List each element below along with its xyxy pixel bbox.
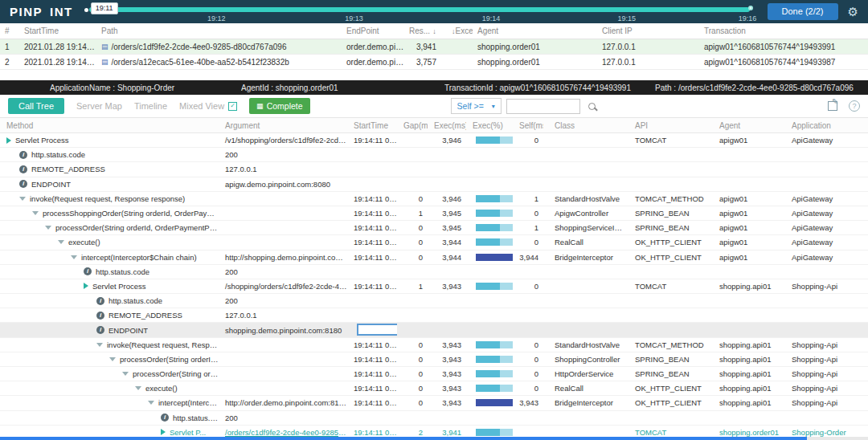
column-agent[interactable]: Agent (706, 121, 779, 130)
scrollbar-thumb[interactable] (0, 437, 807, 440)
gap-cell: 0 (397, 223, 428, 232)
method-cell[interactable]: processOrder(String orderId, Or... (0, 355, 219, 364)
column-path[interactable]: Path (96, 26, 342, 35)
call-tree-row[interactable]: ihttp.status.code200 (0, 148, 868, 162)
tab-timeline[interactable]: Timeline (134, 101, 167, 111)
exec-percent-bar (476, 238, 513, 246)
document-icon: ▤ (101, 43, 108, 51)
method-cell[interactable]: invoke(Request request, Response re... (0, 340, 219, 349)
help-icon[interactable]: ? (849, 100, 860, 112)
start-time-cell: 19:14:11 042 (347, 253, 397, 262)
filter-condition-select[interactable]: Self >=▾ (451, 98, 502, 114)
call-tree-row[interactable]: ihttp.status.code200 (0, 294, 868, 308)
gap-cell: 2 (397, 428, 428, 437)
open-in-new-window-icon[interactable] (828, 101, 837, 111)
method-cell[interactable]: execute() (0, 238, 219, 246)
search-icon[interactable] (588, 103, 596, 110)
column-exec[interactable]: Exec(ms) (428, 121, 466, 130)
time-range-scrubber[interactable]: 19:11 19:12 19:13 19:14 19:15 19:16 (84, 0, 763, 23)
method-cell[interactable]: Servlet Process (0, 136, 219, 145)
call-tree-row[interactable]: processOrder(String orderI...19:14:11 04… (0, 367, 868, 381)
class-cell: StandardHostValve (543, 194, 622, 203)
transaction-row[interactable]: 1 2021.01.28 19:14:11 045 ▤/orders/c1df9… (0, 39, 868, 55)
call-tree-row[interactable]: iENDPOINTapigw.demo.pinpoint.com:8080 (0, 177, 868, 192)
column-exce-label: Exce... (456, 26, 473, 35)
method-cell[interactable]: iREMOTE_ADDRESS (0, 311, 219, 320)
argument-cell: /orders/c1df9fe2-2cde-4ee0-9285-d80cd767… (219, 428, 347, 437)
done-button[interactable]: Done (2/2) (768, 3, 838, 20)
api-cell: TOMCAT (622, 428, 706, 437)
method-cell[interactable]: ihttp.status.code (0, 150, 219, 159)
method-cell[interactable]: iENDPOINT (0, 326, 219, 335)
method-cell[interactable]: Servlet Process (0, 282, 219, 291)
method-cell[interactable]: ihttp.status.code (0, 267, 219, 276)
call-tree-row[interactable]: ihttp.status.c...200 (0, 411, 868, 426)
column-num[interactable]: # (0, 26, 19, 35)
column-agent[interactable]: Agent (473, 26, 597, 35)
call-tree-row[interactable]: ihttp.status.code200 (0, 265, 868, 279)
filter-value-input[interactable] (506, 99, 580, 114)
row-path[interactable]: ▤/orders/c1df9fe2-2cde-4ee0-9285-d80cd76… (96, 43, 342, 51)
column-application[interactable]: Application (779, 121, 868, 130)
logo-text-right: INT (50, 5, 73, 18)
column-exce[interactable]: ↓Exce... (444, 26, 473, 35)
exec-percent-cell (466, 283, 513, 290)
column-gap[interactable]: Gap(ms) (397, 121, 428, 130)
method-cell[interactable]: intercept(Interceptor$Chain chain) (0, 253, 219, 262)
method-cell[interactable]: Servlet P... (0, 428, 219, 437)
call-tree-row[interactable]: intercept(Interceptor$Chain chain)http:/… (0, 251, 868, 265)
column-endpoint[interactable]: EndPoint (342, 26, 404, 35)
column-start-time[interactable]: StartTime (347, 121, 397, 130)
call-tree-row[interactable]: Servlet Process/shopping/orders/c1df9fe2… (0, 279, 868, 294)
call-tree-row[interactable]: invoke(Request request, Response re...19… (0, 338, 868, 352)
method-cell[interactable]: processOrder(String orderI... (0, 369, 219, 378)
mixed-view-checkbox[interactable]: ✓ (228, 102, 237, 111)
tab-mixed-view[interactable]: Mixed View✓ (179, 101, 237, 111)
call-tree-row[interactable]: execute()19:14:11 04203,9440RealCallOK_H… (0, 235, 868, 250)
argument-cell: 200 (219, 296, 347, 305)
call-tree-row[interactable]: processShoppingOrder(String orderId, Ord… (0, 206, 868, 221)
tab-server-map[interactable]: Server Map (76, 101, 122, 111)
gap-cell: 1 (397, 209, 428, 218)
sort-desc-icon[interactable]: ↓ (432, 27, 436, 35)
timeline-end-handle[interactable] (748, 6, 753, 10)
method-cell[interactable]: ihttp.status.c... (0, 414, 219, 422)
call-tree-row[interactable]: intercept(Interce...http://order.demo.pi… (0, 396, 868, 410)
servlet-arrow-icon (84, 283, 88, 289)
call-tree-row[interactable]: processOrder(String orderId, Or...19:14:… (0, 352, 868, 367)
timeline-start-handle[interactable] (84, 8, 88, 12)
column-client-ip[interactable]: Client IP (597, 26, 699, 35)
method-cell[interactable]: ihttp.status.code (0, 296, 219, 305)
self-cell: 0 (513, 384, 543, 393)
tab-call-tree[interactable]: Call Tree (8, 98, 64, 114)
column-transaction[interactable]: Transaction (699, 26, 868, 35)
method-cell[interactable]: intercept(Interce... (0, 398, 219, 407)
call-tree-row[interactable]: iREMOTE_ADDRESS127.0.0.1 (0, 162, 868, 177)
call-tree-row[interactable]: invoke(Request request, Response respons… (0, 192, 868, 206)
horizontal-scrollbar[interactable] (0, 437, 868, 440)
call-tree-row[interactable]: iREMOTE_ADDRESS127.0.0.1 (0, 308, 868, 323)
column-class[interactable]: Class (543, 121, 622, 130)
gear-icon[interactable]: ⚙ (848, 6, 858, 18)
focused-cell-outline[interactable] (357, 324, 397, 336)
method-cell[interactable]: processShoppingOrder(String orderId, Ord… (0, 209, 219, 218)
row-path[interactable]: ▤/orders/a12ecac5-61ee-40be-aa52-b5412f2… (96, 58, 342, 67)
method-cell[interactable]: execute() (0, 384, 219, 393)
call-tree-row[interactable]: execute()19:14:11 04303,9430RealCallOK_H… (0, 381, 868, 396)
method-cell[interactable]: iREMOTE_ADDRESS (0, 165, 219, 173)
method-cell[interactable]: processOrder(String orderId, OrderPaymen… (0, 223, 219, 232)
column-exec-pct[interactable]: Exec(%) (466, 121, 513, 130)
method-cell[interactable]: invoke(Request request, Response respons… (0, 194, 219, 203)
call-tree-row[interactable]: Servlet Process/v1/shopping/orders/c1df9… (0, 133, 868, 148)
column-start-time[interactable]: StartTime (19, 26, 96, 35)
column-argument[interactable]: Argument (219, 121, 347, 130)
column-api[interactable]: API (622, 121, 706, 130)
column-method[interactable]: Method (0, 121, 219, 130)
call-tree-row[interactable]: processOrder(String orderId, OrderPaymen… (0, 221, 868, 235)
timeline-bar[interactable] (89, 7, 750, 12)
transaction-row[interactable]: 2 2021.01.28 19:14:10 746 ▤/orders/a12ec… (0, 55, 868, 70)
method-cell[interactable]: iENDPOINT (0, 180, 219, 189)
call-tree-row[interactable]: iENDPOINTshopping.demo.pinpoint.com:8180 (0, 323, 868, 337)
column-self[interactable]: Self(ms) (513, 121, 543, 130)
column-res[interactable]: Res...↓ (404, 26, 444, 35)
